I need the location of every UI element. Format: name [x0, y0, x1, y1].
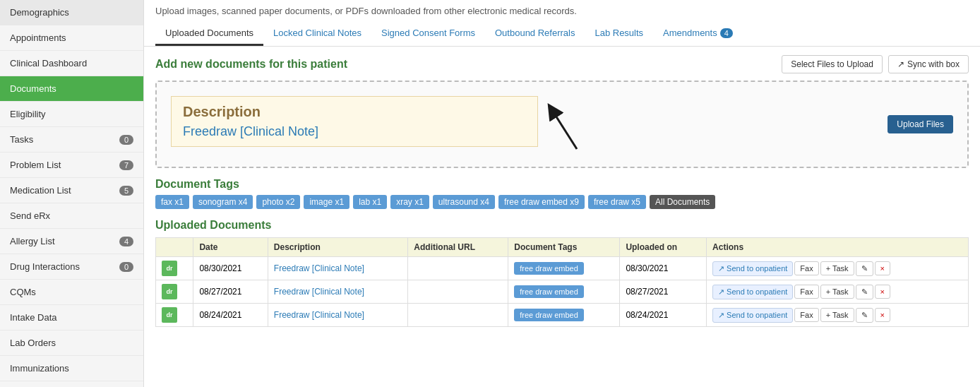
table-column-0: [156, 238, 193, 257]
send-to-onpatient-button[interactable]: ↗ Send to onpatient: [712, 261, 793, 276]
delete-button[interactable]: ×: [875, 261, 890, 275]
doc-description-link[interactable]: Freedraw [Clinical Note]: [274, 263, 364, 273]
document-tag[interactable]: free draw embed x9: [498, 195, 585, 209]
tab-uploaded-documents[interactable]: Uploaded Documents: [155, 22, 263, 46]
add-task-button[interactable]: + Task: [820, 285, 854, 299]
sidebar-item-label: Demographics: [10, 7, 69, 18]
sidebar-badge: 0: [119, 135, 133, 145]
sidebar-item-clinical-dashboard[interactable]: Clinical Dashboard: [0, 51, 143, 76]
sidebar-item-label: CQMs: [10, 287, 36, 297]
description-link[interactable]: Freedraw [Clinical Note]: [183, 124, 526, 139]
tab-outbound-referrals[interactable]: Outbound Referrals: [485, 22, 585, 46]
send-icon: ↗: [718, 311, 724, 320]
table-row: dr08/27/2021Freedraw [Clinical Note]free…: [156, 280, 969, 304]
sidebar-item-label: Documents: [10, 83, 56, 94]
document-tag[interactable]: image x1: [304, 195, 349, 209]
doc-uploaded-on: 08/24/2021: [620, 304, 707, 327]
sidebar-item-cqms[interactable]: CQMs: [0, 280, 143, 305]
fax-button[interactable]: Fax: [794, 285, 818, 299]
sidebar-item-label: Intake Data: [10, 312, 57, 323]
doc-actions: ↗ Send to onpatientFax+ Task✎×: [707, 280, 969, 304]
sidebar-item-intake-data[interactable]: Intake Data: [0, 305, 143, 331]
doc-description: Freedraw [Clinical Note]: [268, 280, 408, 304]
sidebar-item-eligibility[interactable]: Eligibility: [0, 102, 143, 127]
sidebar-item-label: Clinical Dashboard: [10, 58, 87, 69]
table-header-row: DateDescriptionAdditional URLDocument Ta…: [156, 238, 969, 257]
uploaded-documents-section: Uploaded Documents DateDescriptionAdditi…: [155, 219, 969, 327]
doc-url: [408, 257, 508, 280]
arrow-graphic: [538, 96, 587, 153]
edit-button[interactable]: ✎: [856, 261, 873, 276]
doc-icon: dr: [162, 307, 177, 323]
sidebar-item-lab-orders[interactable]: Lab Orders: [0, 331, 143, 356]
table-row: dr08/30/2021Freedraw [Clinical Note]free…: [156, 257, 969, 280]
upload-area[interactable]: Description Freedraw [Clinical Note]: [155, 81, 969, 168]
document-tag[interactable]: All Documents: [650, 195, 715, 209]
document-tag[interactable]: photo x2: [256, 195, 300, 209]
sidebar-item-allergy-list[interactable]: Allergy List4: [0, 229, 143, 254]
document-tag[interactable]: fax x1: [155, 195, 189, 209]
sidebar-item-medication-list[interactable]: Medication List5: [0, 178, 143, 203]
doc-tag[interactable]: free draw embed: [514, 309, 584, 321]
tab-badge: 4: [720, 28, 733, 38]
description-label: Description: [183, 104, 526, 120]
sidebar-item-immunizations[interactable]: Immunizations: [0, 356, 143, 381]
document-tags-title: Document Tags: [155, 178, 969, 191]
content-area: Add new documents for this patient Selec…: [144, 47, 980, 387]
main-header: Upload images, scanned paper documents, …: [144, 0, 980, 47]
tab-signed-consent-forms[interactable]: Signed Consent Forms: [371, 22, 485, 46]
send-to-onpatient-button[interactable]: ↗ Send to onpatient: [712, 308, 793, 323]
select-files-button[interactable]: Select Files to Upload: [782, 55, 883, 73]
sidebar-item-label: Lab Orders: [10, 338, 56, 348]
sync-icon: ↗: [897, 59, 904, 69]
sidebar-item-problem-list[interactable]: Problem List7: [0, 153, 143, 178]
fax-button[interactable]: Fax: [794, 308, 818, 322]
add-task-button[interactable]: + Task: [820, 308, 854, 322]
sidebar: DemographicsAppointmentsClinical Dashboa…: [0, 0, 144, 387]
sync-with-box-button[interactable]: ↗ Sync with box: [888, 55, 969, 73]
sidebar-badge: 7: [119, 160, 133, 170]
doc-date: 08/24/2021: [193, 304, 268, 327]
document-tag[interactable]: lab x1: [353, 195, 387, 209]
doc-tag[interactable]: free draw embed: [514, 262, 584, 275]
doc-description-link[interactable]: Freedraw [Clinical Note]: [274, 310, 364, 320]
doc-actions: ↗ Send to onpatientFax+ Task✎×: [707, 257, 969, 280]
add-section-title: Add new documents for this patient: [155, 58, 347, 71]
sidebar-item-tasks[interactable]: Tasks0: [0, 127, 143, 153]
edit-button[interactable]: ✎: [856, 308, 873, 323]
sidebar-item-appointments[interactable]: Appointments: [0, 25, 143, 51]
table-header: DateDescriptionAdditional URLDocument Ta…: [156, 238, 969, 257]
sidebar-item-label: Problem List: [10, 160, 61, 170]
sidebar-badge: 0: [119, 262, 133, 272]
tab-lab-results[interactable]: Lab Results: [585, 22, 653, 46]
add-task-button[interactable]: + Task: [820, 261, 854, 275]
sidebar-item-send-erx[interactable]: Send eRx: [0, 203, 143, 229]
sidebar-item-drug-interactions[interactable]: Drug Interactions0: [0, 254, 143, 280]
doc-tag[interactable]: free draw embed: [514, 285, 584, 298]
sidebar-item-label: Eligibility: [10, 109, 46, 119]
document-tag[interactable]: ultrasound x4: [433, 195, 495, 209]
delete-button[interactable]: ×: [875, 285, 890, 299]
upload-files-button[interactable]: Upload Files: [888, 115, 953, 133]
tab-amendments[interactable]: Amendments4: [653, 22, 743, 46]
doc-tag-cell: free draw embed: [508, 257, 620, 280]
sidebar-item-demographics[interactable]: Demographics: [0, 0, 143, 25]
sync-label: Sync with box: [907, 59, 960, 69]
tab-locked-clinical-notes[interactable]: Locked Clinical Notes: [263, 22, 371, 46]
tabs-row: Uploaded DocumentsLocked Clinical NotesS…: [155, 22, 969, 46]
document-tag[interactable]: xray x1: [390, 195, 429, 209]
fax-button[interactable]: Fax: [794, 261, 818, 275]
edit-button[interactable]: ✎: [856, 285, 873, 299]
doc-date: 08/27/2021: [193, 280, 268, 304]
send-to-onpatient-button[interactable]: ↗ Send to onpatient: [712, 285, 793, 299]
document-tag[interactable]: sonogram x4: [193, 195, 253, 209]
doc-description-link[interactable]: Freedraw [Clinical Note]: [274, 287, 364, 297]
delete-button[interactable]: ×: [875, 308, 890, 322]
sidebar-item-label: Tasks: [10, 134, 33, 145]
document-tag[interactable]: free draw x5: [588, 195, 646, 209]
doc-uploaded-on: 08/27/2021: [620, 280, 707, 304]
doc-description: Freedraw [Clinical Note]: [268, 304, 408, 327]
doc-description: Freedraw [Clinical Note]: [268, 257, 408, 280]
sidebar-item-documents[interactable]: Documents: [0, 76, 143, 102]
sidebar-badge: 5: [119, 186, 133, 196]
